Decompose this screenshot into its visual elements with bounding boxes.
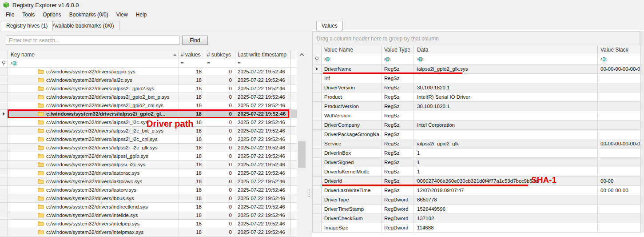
key-name-cell[interactable]: c:/windows/system32/drivers/ialpss2i_gpi… — [8, 101, 179, 110]
tab-values[interactable]: Values — [316, 21, 343, 31]
num-subkeys-cell[interactable]: 0 — [205, 152, 235, 161]
value-type-cell[interactable]: RegSz — [382, 186, 413, 195]
num-subkeys-cell[interactable]: 0 — [205, 101, 235, 110]
last-write-cell[interactable]: 2025-07-22 19:52:46 — [235, 194, 291, 203]
tree-row[interactable]: c:/windows/system32/drivers/ibbus.sys180… — [0, 194, 306, 203]
key-name-cell[interactable]: c:/windows/system32/drivers/intelpmax.sy… — [8, 228, 179, 237]
value-row[interactable]: DriverLastWriteTimeRegSz12/07/2019 09:07… — [313, 186, 640, 195]
tree-row[interactable]: c:/windows/system32/drivers/ialpssi_gpio… — [0, 152, 306, 161]
value-row[interactable]: DriverNameRegSzialpss2i_gpio2_glk.sys00-… — [313, 64, 640, 74]
group-by-band[interactable]: Drag a column header here to group by th… — [312, 31, 640, 45]
column-header-value-name[interactable]: Value Name — [322, 45, 382, 54]
value-name-cell[interactable]: Service — [322, 139, 382, 149]
value-name-cell[interactable]: DriverName — [322, 64, 382, 74]
data-cell[interactable]: ialpss2i_gpio2_glk — [413, 139, 598, 149]
value-slack-cell[interactable] — [598, 102, 640, 111]
value-name-cell[interactable]: DriverId — [322, 177, 382, 186]
value-slack-cell[interactable] — [598, 149, 640, 158]
value-name-cell[interactable]: DriverCheckSum — [322, 214, 382, 223]
data-cell[interactable]: 30.100.1820.1 — [413, 83, 598, 92]
tree-row[interactable]: c:/windows/system32/drivers/ialpss2i_i2c… — [0, 118, 306, 127]
last-write-cell[interactable]: 2025-07-22 19:52:46 — [235, 118, 291, 127]
data-filter-cell[interactable]: ABC — [413, 54, 598, 64]
value-row[interactable]: DriverCompanyRegSzIntel Corporation — [313, 121, 640, 130]
last-write-cell[interactable]: 2025-07-22 19:52:46 — [235, 93, 291, 101]
num-subkeys-cell[interactable]: 0 — [205, 203, 235, 211]
data-cell[interactable]: ialpss2i_gpio2_glk.sys — [413, 64, 598, 74]
num-subkeys-cell[interactable]: 0 — [205, 135, 235, 144]
value-type-cell[interactable]: RegSz — [382, 83, 413, 92]
tree-row[interactable]: c:/windows/system32/drivers/ialpss2i_gpi… — [0, 93, 306, 101]
tree-row[interactable]: c:/windows/system32/drivers/iai2c.sys180… — [0, 76, 306, 84]
filter-pin-icon[interactable] — [0, 59, 8, 68]
menu-file[interactable]: File — [2, 11, 18, 19]
num-values-cell[interactable]: 18 — [179, 84, 205, 93]
num-subkeys-cell[interactable]: 0 — [205, 118, 235, 127]
value-type-cell[interactable]: RegSz — [382, 121, 413, 130]
num-values-cell[interactable]: 18 — [179, 194, 205, 203]
value-row[interactable]: ProductVersionRegSz30.100.1820.1 — [313, 102, 640, 111]
tree-row[interactable]: c:/windows/system32/drivers/ialpss2i_i2c… — [0, 135, 306, 144]
value-row[interactable]: DriverIsKernelModeRegSz1 — [313, 167, 640, 177]
value-type-cell[interactable]: RegSz — [382, 102, 413, 111]
num-subkeys-cell[interactable]: 0 — [205, 144, 235, 152]
tree-row[interactable]: c:/windows/system32/drivers/intelide.sys… — [0, 211, 306, 220]
last-write-filter-cell[interactable]: = — [235, 59, 291, 68]
key-name-cell[interactable]: c:/windows/system32/drivers/iagpio.sys — [8, 68, 179, 76]
value-type-cell[interactable]: RegDword — [382, 195, 413, 205]
tree-row[interactable]: c:/windows/system32/drivers/ialpss2i_gpi… — [0, 101, 306, 110]
num-values-cell[interactable]: 18 — [179, 93, 205, 101]
key-name-cell[interactable]: c:/windows/system32/drivers/ialpss2i_i2c… — [8, 135, 179, 144]
value-row[interactable]: InfRegSz — [313, 74, 640, 83]
num-subkeys-cell[interactable]: 0 — [205, 84, 235, 93]
value-row[interactable]: WdfVersionRegSz — [313, 111, 640, 121]
data-cell[interactable]: 1 — [413, 158, 598, 167]
num-subkeys-cell[interactable]: 0 — [205, 127, 235, 135]
scrollbar-up-arrow-icon[interactable] — [297, 51, 306, 58]
value-row[interactable]: ImageSizeRegDword114688 — [313, 223, 640, 233]
value-type-cell[interactable]: RegSz — [382, 149, 413, 158]
num-subkeys-cell[interactable]: 0 — [205, 93, 235, 101]
last-write-cell[interactable]: 2025-07-22 19:52:46 — [235, 211, 291, 220]
key-name-filter-cell[interactable]: ABC — [8, 59, 179, 68]
tree-row[interactable]: c:/windows/system32/drivers/ialpss2i_gpi… — [0, 110, 306, 118]
last-write-cell[interactable]: 2025-07-22 19:52:46 — [235, 144, 291, 152]
filter-pin-icon[interactable] — [313, 54, 322, 64]
num-values-cell[interactable]: 18 — [179, 101, 205, 110]
tree-row[interactable]: c:/windows/system32/drivers/iastoravc.sy… — [0, 177, 306, 186]
num-values-cell[interactable]: 18 — [179, 68, 205, 76]
last-write-cell[interactable]: 2025-07-22 19:52:46 — [235, 110, 291, 118]
last-write-cell[interactable]: 2025-07-22 19:52:46 — [235, 169, 291, 177]
value-slack-cell[interactable] — [598, 167, 640, 177]
value-row[interactable]: DriverTimeStampRegDword1526449596 — [313, 205, 640, 214]
tree-row[interactable]: c:/windows/system32/drivers/iastorv.sys1… — [0, 186, 306, 194]
last-write-cell[interactable]: 2025-07-22 19:52:46 — [235, 152, 291, 161]
data-cell[interactable]: 000027406a360e030cb321d0f4f77a1c53d7bcc9… — [413, 177, 598, 186]
tree-row[interactable]: c:/windows/system32/drivers/intelpep.sys… — [0, 220, 306, 228]
data-cell[interactable]: 1 — [413, 167, 598, 177]
value-row[interactable]: DriverCheckSumRegDword137102 — [313, 214, 640, 223]
value-row[interactable]: DriverTypeRegDword8650778 — [313, 195, 640, 205]
value-slack-cell[interactable]: 00-00-00-00 — [598, 186, 640, 195]
num-values-cell[interactable]: 18 — [179, 135, 205, 144]
data-cell[interactable]: 137102 — [413, 214, 598, 223]
value-type-cell[interactable]: RegSz — [382, 177, 413, 186]
value-type-cell[interactable]: RegDword — [382, 205, 413, 214]
key-name-cell[interactable]: c:/windows/system32/drivers/indirectkmd.… — [8, 203, 179, 211]
value-slack-cell[interactable] — [598, 223, 640, 233]
num-values-cell[interactable]: 18 — [179, 127, 205, 135]
value-name-cell[interactable]: DriverCompany — [322, 121, 382, 130]
value-type-cell[interactable]: RegSz — [382, 130, 413, 139]
value-type-cell[interactable]: RegSz — [382, 74, 413, 83]
num-subkeys-cell[interactable]: 0 — [205, 76, 235, 84]
last-write-cell[interactable]: 2025-07-22 19:52:46 — [235, 127, 291, 135]
tree-row[interactable]: c:/windows/system32/drivers/ialpss2i_i2c… — [0, 144, 306, 152]
value-slack-cell[interactable]: 00-00-00-00-00-00 — [598, 64, 640, 74]
value-row[interactable]: DriverSignedRegSz1 — [313, 158, 640, 167]
key-name-cell[interactable]: c:/windows/system32/drivers/ibbus.sys — [8, 194, 179, 203]
num-subkeys-cell[interactable]: 0 — [205, 68, 235, 76]
value-type-cell[interactable]: RegDword — [382, 214, 413, 223]
num-subkeys-cell[interactable]: 0 — [205, 169, 235, 177]
value-slack-cell[interactable]: 00-00-00-00-00-00 — [598, 139, 640, 149]
key-name-cell[interactable]: c:/windows/system32/drivers/ialpss2i_gpi… — [8, 93, 179, 101]
